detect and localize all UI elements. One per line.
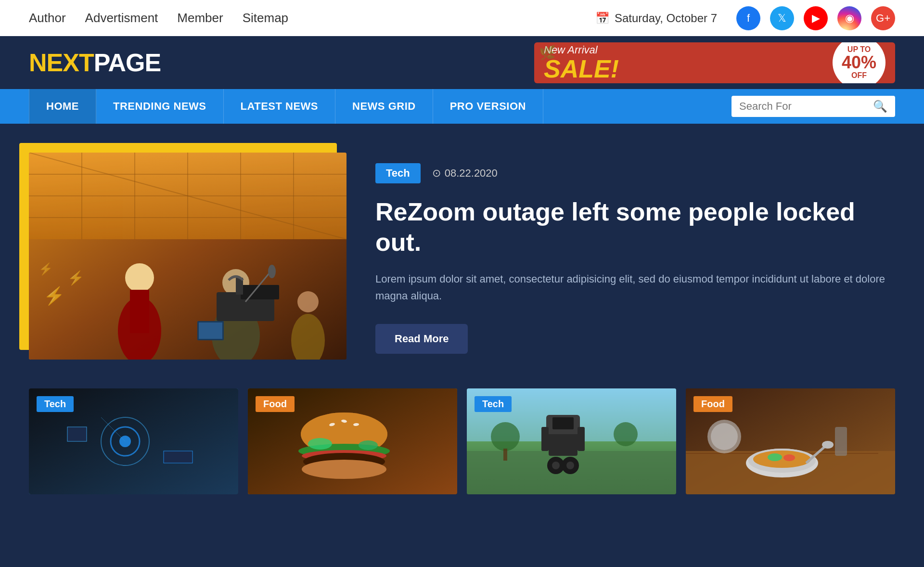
- hero-category-badge[interactable]: Tech: [375, 163, 421, 183]
- nav-trending-news[interactable]: TRENDING NEWS: [96, 89, 224, 124]
- nav-items: HOME TRENDING NEWS LATEST NEWS NEWS GRID…: [29, 89, 732, 124]
- author-link[interactable]: Author: [29, 11, 66, 26]
- top-bar: Author Advertisment Member Sitemap 📅 Sat…: [0, 0, 924, 36]
- card-tech-1[interactable]: Tech: [29, 388, 238, 494]
- svg-rect-27: [199, 322, 222, 339]
- svg-point-58: [566, 462, 574, 469]
- nav-home[interactable]: HOME: [29, 89, 96, 124]
- card-tech2-label: Tech: [475, 396, 512, 412]
- banner-off: OFF: [851, 71, 867, 80]
- date-text: Saturday, October 7: [615, 12, 717, 25]
- top-nav-links: Author Advertisment Member Sitemap: [29, 11, 288, 26]
- hero-date: ⊙ 08.22.2020: [432, 167, 498, 180]
- nav-pro-version[interactable]: PRO VERSION: [433, 89, 543, 124]
- svg-text:⚡: ⚡: [67, 270, 84, 286]
- svg-point-67: [753, 451, 811, 468]
- card-food2-label: Food: [693, 396, 732, 412]
- search-box[interactable]: 🔍: [732, 96, 895, 117]
- svg-point-57: [552, 462, 560, 469]
- svg-rect-20: [241, 285, 279, 299]
- svg-text:⚡: ⚡: [38, 262, 53, 276]
- cards-row: Tech: [0, 379, 924, 494]
- advertisement-link[interactable]: Advertisment: [85, 11, 158, 26]
- hero-title: ReZoom outage left some people locked ou…: [375, 197, 895, 257]
- twitter-icon[interactable]: 𝕏: [770, 6, 794, 30]
- nav-latest-news[interactable]: LATEST NEWS: [224, 89, 336, 124]
- hero-date-text: 08.22.2020: [445, 167, 498, 180]
- svg-point-59: [491, 422, 520, 451]
- svg-rect-34: [164, 451, 192, 463]
- search-icon[interactable]: 🔍: [873, 100, 887, 113]
- svg-rect-16: [130, 290, 149, 333]
- logo-banner-section: NEXT PAGE 🌿 New Arrival SALE! UP TO 40% …: [0, 36, 924, 89]
- read-more-button[interactable]: Read More: [375, 324, 468, 354]
- site-logo[interactable]: NEXT PAGE: [29, 48, 161, 77]
- svg-point-46: [359, 440, 378, 450]
- svg-point-69: [783, 454, 795, 461]
- svg-point-71: [822, 441, 834, 449]
- svg-text:⚡: ⚡: [43, 285, 65, 306]
- navigation-bar: HOME TRENDING NEWS LATEST NEWS NEWS GRID…: [0, 89, 924, 124]
- svg-rect-52: [552, 417, 574, 429]
- google-plus-icon[interactable]: G+: [871, 6, 895, 30]
- facebook-icon[interactable]: f: [736, 6, 760, 30]
- svg-rect-60: [503, 449, 507, 461]
- card-food1-label: Food: [256, 396, 295, 412]
- svg-point-68: [768, 453, 782, 461]
- logo-page: PAGE: [94, 48, 161, 77]
- svg-rect-33: [67, 427, 87, 441]
- svg-point-23: [268, 265, 276, 278]
- top-right-section: 📅 Saturday, October 7 f 𝕏 ▶ ◉ G+: [595, 6, 895, 30]
- sitemap-link[interactable]: Sitemap: [243, 11, 288, 26]
- banner-discount-badge: UP TO 40% OFF: [833, 42, 886, 83]
- advertisement-banner[interactable]: 🌿 New Arrival SALE! UP TO 40% OFF: [534, 42, 895, 83]
- hero-content: Tech ⊙ 08.22.2020 ReZoom outage left som…: [375, 158, 895, 353]
- hero-meta: Tech ⊙ 08.22.2020: [375, 163, 895, 183]
- svg-point-15: [125, 263, 154, 292]
- instagram-icon[interactable]: ◉: [837, 6, 861, 30]
- hero-section: ⚡ ⚡ ⚡: [0, 124, 924, 379]
- hero-image-svg: ⚡ ⚡ ⚡: [29, 153, 346, 360]
- svg-point-73: [711, 423, 738, 450]
- hero-excerpt: Lorem ipsum dolor sit amet, consectetur …: [375, 271, 895, 304]
- svg-rect-53: [541, 427, 549, 451]
- svg-point-25: [297, 291, 319, 312]
- card-tech1-label: Tech: [37, 396, 74, 412]
- svg-point-45: [308, 438, 332, 450]
- search-input[interactable]: [739, 100, 873, 113]
- hero-image-wrapper: ⚡ ⚡ ⚡: [29, 153, 346, 360]
- svg-rect-74: [835, 427, 847, 456]
- card-food-2[interactable]: Food: [686, 388, 895, 494]
- card-food-1[interactable]: Food: [248, 388, 457, 494]
- card-tech-2[interactable]: Tech: [467, 388, 676, 494]
- nav-news-grid[interactable]: NEWS GRID: [335, 89, 433, 124]
- hero-image: ⚡ ⚡ ⚡: [29, 153, 346, 360]
- svg-rect-54: [578, 427, 585, 451]
- clock-icon: ⊙: [432, 167, 441, 180]
- svg-point-44: [302, 460, 386, 479]
- youtube-icon[interactable]: ▶: [804, 6, 828, 30]
- svg-point-61: [614, 422, 638, 446]
- date-block: 📅 Saturday, October 7: [595, 12, 717, 25]
- calendar-icon: 📅: [595, 12, 610, 25]
- banner-percent: 40%: [842, 54, 876, 71]
- leaf-decoration: 🌿: [539, 45, 556, 61]
- logo-next: NEXT: [29, 48, 94, 77]
- member-link[interactable]: Member: [177, 11, 223, 26]
